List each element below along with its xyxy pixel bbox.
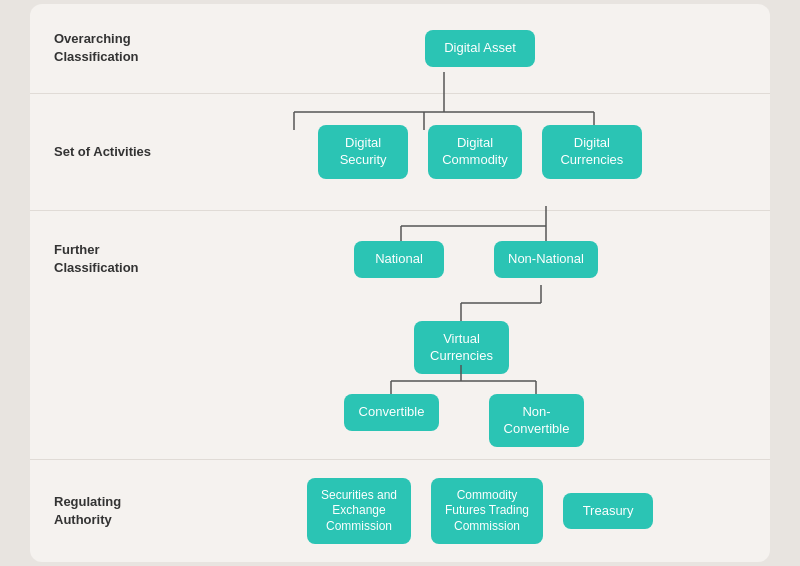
row-activities: Set of Activities DigitalSecurity Digita… bbox=[30, 94, 770, 211]
node-national: National bbox=[354, 241, 444, 278]
row-regulating: Regulating Authority Securities andExcha… bbox=[30, 460, 770, 563]
diagram-container: Overarching Classification Digital Asset… bbox=[30, 4, 770, 563]
label-further: Further Classification bbox=[54, 231, 214, 277]
node-digital-currencies: DigitalCurrencies bbox=[542, 125, 642, 179]
node-treasury: Treasury bbox=[563, 493, 653, 530]
content-activities: DigitalSecurity DigitalCommodity Digital… bbox=[214, 112, 746, 192]
content-regulating: Securities andExchangeCommission Commodi… bbox=[214, 478, 746, 545]
label-regulating: Regulating Authority bbox=[54, 493, 214, 529]
node-convertible: Convertible bbox=[344, 394, 439, 431]
node-sec: Securities andExchangeCommission bbox=[307, 478, 411, 545]
row-further: Further Classification National Non-Nati… bbox=[30, 211, 770, 460]
node-digital-commodity: DigitalCommodity bbox=[428, 125, 522, 179]
content-further: National Non-National VirtualCurrencies … bbox=[214, 231, 746, 441]
node-digital-asset: Digital Asset bbox=[425, 30, 535, 67]
node-non-national: Non-National bbox=[494, 241, 598, 278]
node-cftc: CommodityFutures TradingCommission bbox=[431, 478, 543, 545]
label-overarching: Overarching Classification bbox=[54, 30, 214, 66]
row-overarching: Overarching Classification Digital Asset bbox=[30, 4, 770, 94]
node-virtual-currencies: VirtualCurrencies bbox=[414, 321, 509, 375]
label-activities: Set of Activities bbox=[54, 143, 214, 161]
node-digital-security: DigitalSecurity bbox=[318, 125, 408, 179]
content-overarching: Digital Asset bbox=[214, 30, 746, 67]
node-non-convertible: Non-Convertible bbox=[489, 394, 584, 448]
